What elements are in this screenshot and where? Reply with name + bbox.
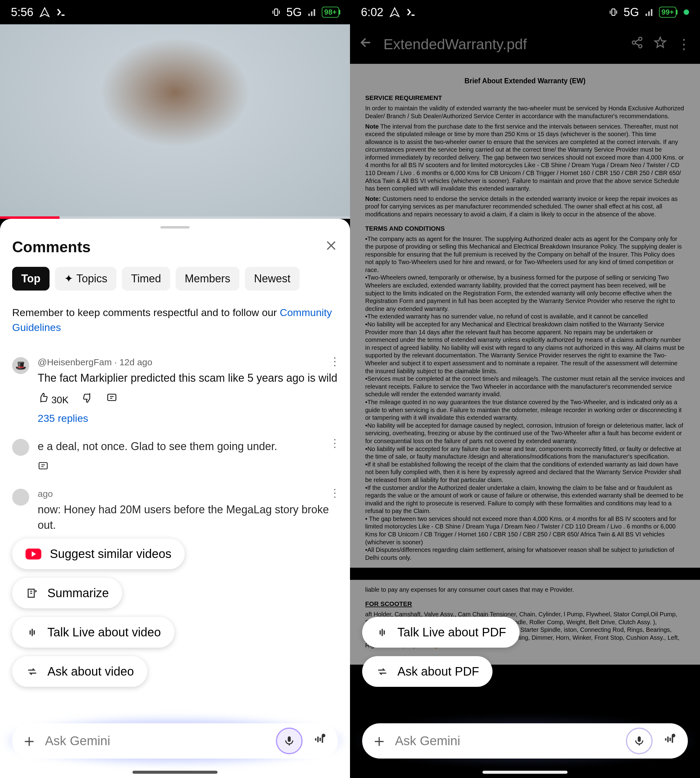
tab-top[interactable]: Top: [12, 267, 50, 290]
gemini-suggestions: Suggest similar videos Summarize Talk Li…: [12, 539, 185, 687]
nav-handle[interactable]: [482, 771, 568, 774]
comment-text: e a deal, not once. Glad to see them goi…: [38, 439, 338, 454]
mic-button[interactable]: [276, 728, 303, 754]
summarize-icon: [25, 586, 39, 600]
comment-more-icon[interactable]: ⋮: [329, 437, 340, 450]
svg-point-9: [672, 735, 675, 737]
arrows-icon: [25, 665, 39, 678]
add-button[interactable]: ＋: [21, 730, 38, 753]
mic-button[interactable]: [626, 728, 653, 754]
vibrate-icon: [608, 7, 618, 17]
reply-button[interactable]: [38, 461, 48, 474]
tab-newest[interactable]: Newest: [245, 267, 300, 290]
status-bar: 5:56 5G 98+: [0, 0, 350, 24]
more-icon[interactable]: ⋮: [677, 36, 691, 52]
active-indicator: [683, 9, 689, 15]
chip-ask-video[interactable]: Ask about video: [12, 656, 147, 687]
pdf-toolbar: ExtendedWarranty.pdf ⋮: [350, 24, 700, 64]
vibrate-icon: [271, 7, 281, 17]
avatar[interactable]: 🎩: [12, 357, 29, 374]
comments-notice: Remember to keep comments respectful and…: [12, 305, 338, 335]
comment-author[interactable]: @HeisenbergFam: [38, 357, 112, 367]
live-button[interactable]: [310, 733, 329, 749]
waveform-icon: [25, 626, 39, 639]
chip-ask-pdf[interactable]: Ask about PDF: [362, 656, 492, 687]
waveform-icon: [375, 626, 389, 639]
nav-icon: [390, 7, 400, 17]
video-progress-fill: [0, 216, 60, 219]
svg-rect-1: [108, 394, 116, 401]
pdf-content[interactable]: Brief About Extended Warranty (EW) SERVI…: [350, 64, 700, 664]
svg-rect-0: [274, 9, 278, 15]
tab-members[interactable]: Members: [176, 267, 239, 290]
svg-rect-5: [612, 9, 615, 15]
chip-talk-live[interactable]: Talk Live about video: [12, 617, 174, 648]
comment-tabs: Top ✦Topics Timed Members Newest: [12, 267, 338, 290]
comment-time: ago: [38, 489, 53, 499]
dislike-button[interactable]: [82, 392, 93, 406]
comments-sheet: Comments Top ✦Topics Timed Members Newes…: [0, 219, 350, 778]
svg-rect-2: [39, 462, 47, 469]
signal-icon: [307, 8, 316, 17]
chip-talk-live-pdf[interactable]: Talk Live about PDF: [362, 617, 520, 648]
comment-item: e a deal, not once. Glad to see them goi…: [12, 432, 338, 481]
add-button[interactable]: ＋: [371, 730, 388, 753]
signal-icon: [644, 8, 653, 17]
like-button[interactable]: 30K: [38, 392, 69, 406]
gemini-input[interactable]: Ask Gemini: [45, 734, 268, 748]
close-icon[interactable]: [325, 239, 338, 255]
avatar[interactable]: [12, 489, 29, 506]
replies-link[interactable]: 235 replies: [38, 412, 338, 424]
network-label: 5G: [287, 6, 302, 19]
comment-text: The fact Markiplier predicted this scam …: [38, 371, 338, 386]
chip-summarize[interactable]: Summarize: [12, 578, 122, 608]
pdf-title: ExtendedWarranty.pdf: [383, 36, 620, 53]
comment-time: 12d ago: [119, 357, 152, 367]
back-icon[interactable]: [359, 35, 373, 53]
sparkle-icon: ✦: [64, 272, 73, 285]
gemini-suggestions: Talk Live about PDF Ask about PDF: [362, 617, 520, 687]
svg-point-6: [638, 37, 642, 41]
nav-icon: [40, 7, 50, 17]
svg-point-7: [632, 41, 636, 44]
terminal-icon: [56, 7, 66, 17]
svg-point-8: [638, 45, 642, 48]
avatar[interactable]: [12, 439, 29, 456]
comment-item: 🎩 @HeisenbergFam · 12d ago The fact Mark…: [12, 350, 338, 432]
tab-topics[interactable]: ✦Topics: [55, 267, 117, 290]
gemini-bar: ＋ Ask Gemini: [362, 723, 688, 758]
status-bar: 6:02 5G 99+: [350, 0, 700, 24]
video-player[interactable]: [0, 24, 350, 219]
svg-point-4: [322, 735, 325, 737]
comment-item: ago now: Honey had 20M users before the …: [12, 481, 338, 547]
pdf-heading: Brief About Extended Warranty (EW): [365, 77, 685, 85]
reply-button[interactable]: [106, 392, 117, 406]
tab-timed[interactable]: Timed: [122, 267, 170, 290]
clock: 5:56: [11, 6, 33, 19]
battery-indicator: 99+: [659, 7, 676, 18]
terminal-icon: [406, 7, 416, 17]
comment-more-icon[interactable]: ⋮: [329, 355, 340, 368]
share-icon[interactable]: [631, 36, 643, 52]
comment-more-icon[interactable]: ⋮: [329, 487, 340, 500]
network-label: 5G: [624, 6, 639, 19]
gemini-bar: ＋ Ask Gemini: [12, 723, 338, 758]
nav-handle[interactable]: [132, 771, 218, 774]
comment-text: now: Honey had 20M users before the Mega…: [38, 502, 338, 533]
sheet-handle[interactable]: [160, 226, 190, 229]
live-button[interactable]: [660, 733, 679, 749]
arrows-icon: [375, 665, 389, 678]
youtube-icon: [25, 549, 41, 559]
comments-title: Comments: [12, 238, 90, 256]
chip-suggest-videos[interactable]: Suggest similar videos: [12, 539, 185, 569]
gemini-input[interactable]: Ask Gemini: [395, 734, 618, 748]
battery-indicator: 98+: [322, 7, 339, 18]
clock: 6:02: [361, 6, 383, 19]
star-icon[interactable]: [654, 36, 667, 52]
